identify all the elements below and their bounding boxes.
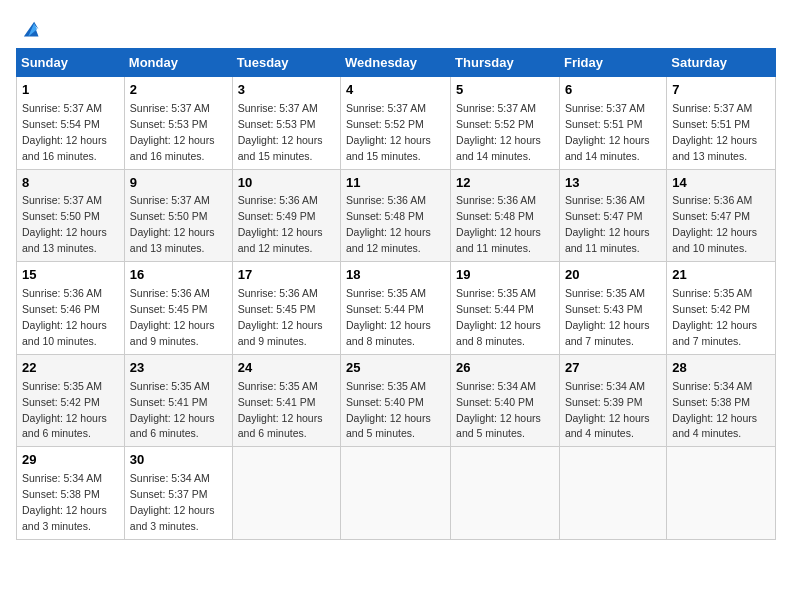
calendar-cell: 28Sunrise: 5:34 AM Sunset: 5:38 PM Dayli… [667,354,776,447]
day-info: Sunrise: 5:36 AM Sunset: 5:47 PM Dayligh… [672,194,757,254]
calendar-cell: 29Sunrise: 5:34 AM Sunset: 5:38 PM Dayli… [17,447,125,540]
weekday-header-tuesday: Tuesday [232,49,340,77]
calendar-cell: 4Sunrise: 5:37 AM Sunset: 5:52 PM Daylig… [341,77,451,170]
day-number: 7 [672,81,770,100]
calendar-cell: 7Sunrise: 5:37 AM Sunset: 5:51 PM Daylig… [667,77,776,170]
day-number: 10 [238,174,335,193]
day-number: 11 [346,174,445,193]
day-info: Sunrise: 5:36 AM Sunset: 5:47 PM Dayligh… [565,194,650,254]
day-info: Sunrise: 5:35 AM Sunset: 5:43 PM Dayligh… [565,287,650,347]
calendar-cell [232,447,340,540]
day-info: Sunrise: 5:37 AM Sunset: 5:53 PM Dayligh… [130,102,215,162]
day-info: Sunrise: 5:36 AM Sunset: 5:45 PM Dayligh… [238,287,323,347]
calendar-cell: 1Sunrise: 5:37 AM Sunset: 5:54 PM Daylig… [17,77,125,170]
day-number: 25 [346,359,445,378]
day-info: Sunrise: 5:37 AM Sunset: 5:51 PM Dayligh… [565,102,650,162]
day-number: 21 [672,266,770,285]
day-number: 12 [456,174,554,193]
calendar-cell: 23Sunrise: 5:35 AM Sunset: 5:41 PM Dayli… [124,354,232,447]
day-number: 4 [346,81,445,100]
day-number: 20 [565,266,661,285]
day-number: 5 [456,81,554,100]
calendar-cell: 15Sunrise: 5:36 AM Sunset: 5:46 PM Dayli… [17,262,125,355]
day-info: Sunrise: 5:34 AM Sunset: 5:40 PM Dayligh… [456,380,541,440]
day-number: 16 [130,266,227,285]
day-info: Sunrise: 5:36 AM Sunset: 5:46 PM Dayligh… [22,287,107,347]
day-info: Sunrise: 5:36 AM Sunset: 5:49 PM Dayligh… [238,194,323,254]
weekday-header-wednesday: Wednesday [341,49,451,77]
day-number: 3 [238,81,335,100]
day-number: 23 [130,359,227,378]
day-number: 19 [456,266,554,285]
calendar-cell: 2Sunrise: 5:37 AM Sunset: 5:53 PM Daylig… [124,77,232,170]
calendar-cell: 3Sunrise: 5:37 AM Sunset: 5:53 PM Daylig… [232,77,340,170]
day-number: 30 [130,451,227,470]
day-info: Sunrise: 5:34 AM Sunset: 5:37 PM Dayligh… [130,472,215,532]
calendar-cell [341,447,451,540]
calendar-cell: 5Sunrise: 5:37 AM Sunset: 5:52 PM Daylig… [451,77,560,170]
day-number: 8 [22,174,119,193]
day-number: 13 [565,174,661,193]
calendar-cell [667,447,776,540]
day-number: 2 [130,81,227,100]
day-info: Sunrise: 5:35 AM Sunset: 5:40 PM Dayligh… [346,380,431,440]
calendar-cell: 9Sunrise: 5:37 AM Sunset: 5:50 PM Daylig… [124,169,232,262]
day-info: Sunrise: 5:37 AM Sunset: 5:50 PM Dayligh… [22,194,107,254]
calendar-cell: 25Sunrise: 5:35 AM Sunset: 5:40 PM Dayli… [341,354,451,447]
day-number: 27 [565,359,661,378]
day-info: Sunrise: 5:35 AM Sunset: 5:42 PM Dayligh… [22,380,107,440]
calendar-cell: 12Sunrise: 5:36 AM Sunset: 5:48 PM Dayli… [451,169,560,262]
day-info: Sunrise: 5:37 AM Sunset: 5:51 PM Dayligh… [672,102,757,162]
day-info: Sunrise: 5:35 AM Sunset: 5:42 PM Dayligh… [672,287,757,347]
calendar-cell: 6Sunrise: 5:37 AM Sunset: 5:51 PM Daylig… [559,77,666,170]
day-number: 26 [456,359,554,378]
day-info: Sunrise: 5:37 AM Sunset: 5:53 PM Dayligh… [238,102,323,162]
calendar-cell: 19Sunrise: 5:35 AM Sunset: 5:44 PM Dayli… [451,262,560,355]
day-info: Sunrise: 5:37 AM Sunset: 5:52 PM Dayligh… [346,102,431,162]
day-number: 9 [130,174,227,193]
calendar-cell: 24Sunrise: 5:35 AM Sunset: 5:41 PM Dayli… [232,354,340,447]
day-number: 17 [238,266,335,285]
day-info: Sunrise: 5:37 AM Sunset: 5:54 PM Dayligh… [22,102,107,162]
weekday-header-monday: Monday [124,49,232,77]
calendar-cell: 20Sunrise: 5:35 AM Sunset: 5:43 PM Dayli… [559,262,666,355]
calendar-cell: 18Sunrise: 5:35 AM Sunset: 5:44 PM Dayli… [341,262,451,355]
day-number: 28 [672,359,770,378]
day-info: Sunrise: 5:34 AM Sunset: 5:39 PM Dayligh… [565,380,650,440]
calendar-cell: 16Sunrise: 5:36 AM Sunset: 5:45 PM Dayli… [124,262,232,355]
calendar-cell: 30Sunrise: 5:34 AM Sunset: 5:37 PM Dayli… [124,447,232,540]
weekday-header-sunday: Sunday [17,49,125,77]
day-info: Sunrise: 5:34 AM Sunset: 5:38 PM Dayligh… [22,472,107,532]
day-info: Sunrise: 5:35 AM Sunset: 5:41 PM Dayligh… [238,380,323,440]
day-number: 22 [22,359,119,378]
day-number: 6 [565,81,661,100]
calendar-cell: 17Sunrise: 5:36 AM Sunset: 5:45 PM Dayli… [232,262,340,355]
day-info: Sunrise: 5:36 AM Sunset: 5:48 PM Dayligh… [456,194,541,254]
calendar-table: SundayMondayTuesdayWednesdayThursdayFrid… [16,48,776,540]
day-number: 24 [238,359,335,378]
logo-icon [18,16,40,38]
day-info: Sunrise: 5:34 AM Sunset: 5:38 PM Dayligh… [672,380,757,440]
calendar-cell: 11Sunrise: 5:36 AM Sunset: 5:48 PM Dayli… [341,169,451,262]
calendar-cell [451,447,560,540]
logo [16,16,40,38]
day-number: 29 [22,451,119,470]
calendar-cell: 21Sunrise: 5:35 AM Sunset: 5:42 PM Dayli… [667,262,776,355]
calendar-cell: 8Sunrise: 5:37 AM Sunset: 5:50 PM Daylig… [17,169,125,262]
calendar-cell: 10Sunrise: 5:36 AM Sunset: 5:49 PM Dayli… [232,169,340,262]
weekday-header-friday: Friday [559,49,666,77]
day-info: Sunrise: 5:37 AM Sunset: 5:52 PM Dayligh… [456,102,541,162]
weekday-header-saturday: Saturday [667,49,776,77]
calendar-cell: 13Sunrise: 5:36 AM Sunset: 5:47 PM Dayli… [559,169,666,262]
calendar-cell: 22Sunrise: 5:35 AM Sunset: 5:42 PM Dayli… [17,354,125,447]
day-info: Sunrise: 5:35 AM Sunset: 5:44 PM Dayligh… [346,287,431,347]
calendar-cell: 14Sunrise: 5:36 AM Sunset: 5:47 PM Dayli… [667,169,776,262]
weekday-header-thursday: Thursday [451,49,560,77]
day-number: 1 [22,81,119,100]
day-info: Sunrise: 5:36 AM Sunset: 5:48 PM Dayligh… [346,194,431,254]
calendar-cell: 27Sunrise: 5:34 AM Sunset: 5:39 PM Dayli… [559,354,666,447]
day-info: Sunrise: 5:36 AM Sunset: 5:45 PM Dayligh… [130,287,215,347]
day-info: Sunrise: 5:37 AM Sunset: 5:50 PM Dayligh… [130,194,215,254]
day-info: Sunrise: 5:35 AM Sunset: 5:44 PM Dayligh… [456,287,541,347]
calendar-cell [559,447,666,540]
